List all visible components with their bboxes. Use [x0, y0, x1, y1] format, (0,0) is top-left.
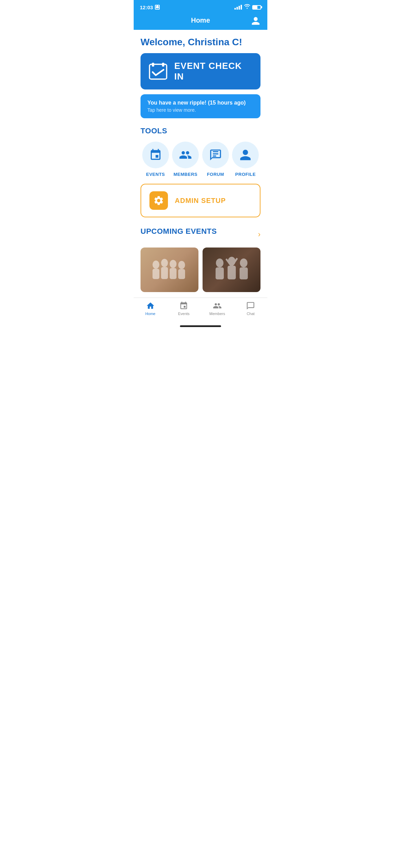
tool-members[interactable]: MEMBERS	[171, 142, 201, 177]
forum-icon-circle	[202, 142, 229, 168]
welcome-text: Welcome, Christina C!	[141, 37, 260, 48]
svg-rect-3	[152, 63, 154, 67]
nav-home-label: Home	[145, 312, 155, 316]
tool-events[interactable]: EVENTS	[141, 142, 171, 177]
header: Home	[134, 13, 267, 30]
main-content: Welcome, Christina C! EVENT CHECK IN You…	[134, 30, 267, 298]
ripple-banner[interactable]: You have a new ripple! (15 hours ago) Ta…	[141, 94, 260, 118]
tool-forum[interactable]: FORUM	[200, 142, 231, 177]
nav-chat[interactable]: Chat	[234, 301, 268, 316]
nav-events-label: Events	[178, 312, 190, 316]
status-right	[234, 4, 261, 10]
ripple-title: You have a new ripple! (15 hours ago)	[147, 100, 254, 106]
svg-rect-1	[157, 5, 158, 7]
nav-members-label: Members	[209, 312, 225, 316]
wifi-icon	[244, 4, 250, 10]
admin-icon	[149, 191, 168, 210]
svg-rect-6	[153, 269, 159, 279]
profile-icon-circle	[232, 142, 259, 168]
battery-icon	[252, 5, 261, 10]
svg-point-13	[216, 258, 223, 267]
svg-point-9	[170, 260, 177, 268]
event-checkin-button[interactable]: EVENT CHECK IN	[141, 53, 260, 89]
upcoming-events-title: UPCOMING EVENTS	[141, 227, 217, 236]
svg-rect-18	[240, 267, 248, 279]
event-card-2[interactable]	[203, 248, 260, 292]
svg-point-5	[153, 261, 159, 269]
svg-rect-10	[170, 268, 177, 279]
svg-point-17	[240, 258, 247, 267]
ripple-subtitle: Tap here to view more.	[147, 107, 254, 113]
status-bar: 12:03	[134, 0, 267, 13]
svg-rect-16	[228, 266, 236, 279]
profile-button[interactable]	[251, 16, 260, 27]
bottom-nav: Home Events Members Chat	[134, 298, 267, 323]
nav-events[interactable]: Events	[167, 301, 201, 316]
nav-home[interactable]: Home	[134, 301, 167, 316]
svg-point-11	[178, 261, 185, 269]
svg-rect-8	[161, 267, 168, 279]
svg-rect-12	[178, 269, 185, 279]
tools-grid: EVENTS MEMBERS FORUM	[141, 142, 260, 177]
profile-label: PROFILE	[235, 172, 256, 177]
svg-rect-14	[216, 267, 224, 279]
status-left: 12:03	[140, 4, 160, 10]
svg-point-7	[161, 259, 168, 267]
svg-rect-4	[162, 63, 165, 67]
nav-chat-label: Chat	[247, 312, 255, 316]
home-bar	[180, 325, 221, 327]
notification-icon	[155, 5, 160, 10]
upcoming-events-section: UPCOMING EVENTS ›	[134, 227, 267, 292]
checkin-icon	[149, 62, 168, 81]
upcoming-events-arrow[interactable]: ›	[258, 230, 260, 239]
admin-setup-button[interactable]: ADMIN SETUP	[141, 184, 260, 217]
header-title: Home	[191, 16, 210, 24]
checkin-label: EVENT CHECK IN	[174, 61, 252, 82]
events-row	[141, 248, 260, 292]
tools-section: TOOLS EVENTS MEMBERS	[134, 126, 267, 217]
upcoming-events-header: UPCOMING EVENTS ›	[141, 227, 260, 242]
admin-label: ADMIN SETUP	[175, 197, 226, 205]
event-card-1[interactable]	[141, 248, 198, 292]
nav-members[interactable]: Members	[200, 301, 234, 316]
members-label: MEMBERS	[173, 172, 197, 177]
home-indicator	[134, 323, 267, 328]
top-section: Welcome, Christina C! EVENT CHECK IN You…	[134, 30, 267, 118]
tools-title: TOOLS	[141, 126, 260, 135]
events-icon-circle	[142, 142, 169, 168]
status-time: 12:03	[140, 4, 153, 10]
tool-profile[interactable]: PROFILE	[231, 142, 261, 177]
signal-icon	[234, 5, 242, 10]
events-label: EVENTS	[146, 172, 165, 177]
forum-label: FORUM	[207, 172, 224, 177]
members-icon-circle	[172, 142, 199, 168]
